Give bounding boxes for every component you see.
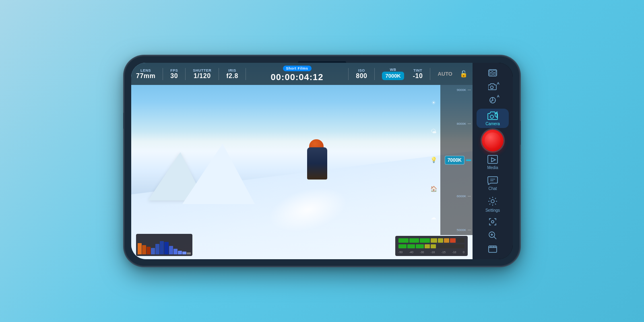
hud-divider-1 [163,68,163,80]
clapperboard-btn[interactable] [479,242,507,256]
record-button[interactable] [482,130,504,151]
audio-seg-ch2-empty [437,244,464,249]
screenshot-icon [488,217,497,226]
shutter-param: SHUTTER 1/120 [193,68,211,80]
shutter-value: 1/120 [194,72,211,80]
hud-divider-3 [219,68,219,80]
wb-scale-5000: 5000K [442,228,471,232]
audio-meter-display: -50 -40 -30 -18 -15 -10 0 [395,236,468,256]
audio-ch2 [398,244,464,249]
wb-label: WB [390,68,396,72]
media-nav-label: Media [487,165,498,170]
chat-nav-btn[interactable]: Chat [477,173,509,193]
hist-bar-10 [178,251,182,254]
iso-label: ISO [358,68,365,72]
svg-rect-1 [489,70,492,72]
lens-param: LENS 77mm [136,68,155,80]
tint-section: TINT -10 [413,68,423,80]
phone-device: LENS 77mm FPS 30 SHUTTER 1/120 [125,56,519,266]
house-icon: 🏠 [430,186,437,192]
audio-seg-7 [450,238,455,243]
exposure-a-btn[interactable]: A [479,94,507,108]
audio-label-15: -15 [442,251,446,254]
power-button[interactable] [519,121,521,145]
svg-rect-4 [493,73,496,75]
audio-seg-2 [409,238,419,243]
wb-scale-9000: 9000K [442,88,471,92]
wb-section[interactable]: WB 7000K [382,68,404,80]
audio-seg-ch2-5 [431,244,436,249]
chat-nav-label: Chat [488,186,497,191]
histogram-display [136,234,192,256]
audio-labels: -50 -40 -30 -18 -15 -10 0 [398,251,464,254]
mountain-2 [182,144,255,204]
fps-param: FPS 30 [170,68,178,80]
hist-bar-7 [164,242,168,254]
audio-label-40: -40 [409,251,413,254]
hud-divider-7 [430,68,430,80]
settings-nav-icon [487,196,498,206]
hist-bar-11 [182,252,186,254]
audio-seg-1 [398,238,409,243]
record-btn-container[interactable] [477,129,509,152]
phone-screen: LENS 77mm FPS 30 SHUTTER 1/120 [131,63,513,259]
fps-value: 30 [170,72,178,80]
svg-rect-2 [493,70,496,72]
audio-seg-ch2-2 [407,244,415,249]
camera-viewfinder[interactable]: LENS 77mm FPS 30 SHUTTER 1/120 [131,63,473,259]
shutter-label: SHUTTER [193,68,211,72]
skier-body [307,147,327,180]
clapperboard-icon [488,246,497,253]
svg-rect-18 [489,246,497,252]
screenshot-btn[interactable] [479,215,507,229]
auto-label[interactable]: AUTO [438,71,452,77]
hud-divider-6 [374,68,375,80]
camera-nav-icon [487,111,498,120]
record-btn-inner [485,132,501,149]
audio-seg-5 [438,238,443,243]
settings-nav-btn[interactable]: Settings [477,195,509,214]
hist-bar-3 [147,247,151,254]
zoom-icon [488,231,497,240]
audio-label-0: 0 [463,251,464,254]
audio-seg-6 [444,238,449,243]
svg-marker-9 [491,158,495,162]
skier-figure [295,139,343,220]
right-sidebar: A A [473,63,513,259]
hist-bar-8 [169,246,173,254]
hud-divider-2 [185,68,186,80]
audio-seg-ch2-3 [416,244,424,249]
hist-bar-9 [173,249,178,254]
tint-label: TINT [413,68,422,72]
svg-point-13 [491,221,494,223]
hud-divider-5 [348,68,349,80]
wb-temperature-scale[interactable]: 9000K 8000K 7000K 6000K 5000K [440,85,473,235]
viewfinder-btn[interactable] [479,66,507,80]
tint-value: -10 [413,72,423,80]
bulb-icon: 💡 [430,157,437,163]
fps-label: FPS [170,68,178,72]
camera-nav-btn[interactable]: Camera [477,109,509,128]
settings-nav-label: Settings [485,208,500,213]
wb-scale-6000: 6000K [442,194,471,198]
audio-label-18: -18 [431,251,435,254]
hud-top-bar: LENS 77mm FPS 30 SHUTTER 1/120 [131,63,473,85]
hist-bar-2 [142,245,146,255]
wb-current-indicator: 7000K [442,156,471,165]
mode-badge[interactable]: Short Films [283,66,312,71]
hist-bar-5 [155,244,159,254]
iso-value: 800 [356,72,367,80]
chat-nav-icon [487,176,498,185]
sun-medium-icon: 🌤 [431,128,436,134]
media-nav-btn[interactable]: Media [477,153,509,172]
zoom-btn[interactable] [479,229,507,242]
audio-ch1 [398,238,464,243]
iris-label: IRIS [228,68,236,72]
audio-label-50: -50 [398,251,402,254]
wb-value-badge[interactable]: 7000K [382,72,404,80]
hud-center: Short Films 00:00:04:12 [253,66,341,83]
volume-button[interactable] [123,113,125,129]
sun-bright-icon: ☀ [431,99,436,106]
camera-a-btn[interactable]: A [479,80,507,94]
camera-a-icon: A [488,83,497,92]
